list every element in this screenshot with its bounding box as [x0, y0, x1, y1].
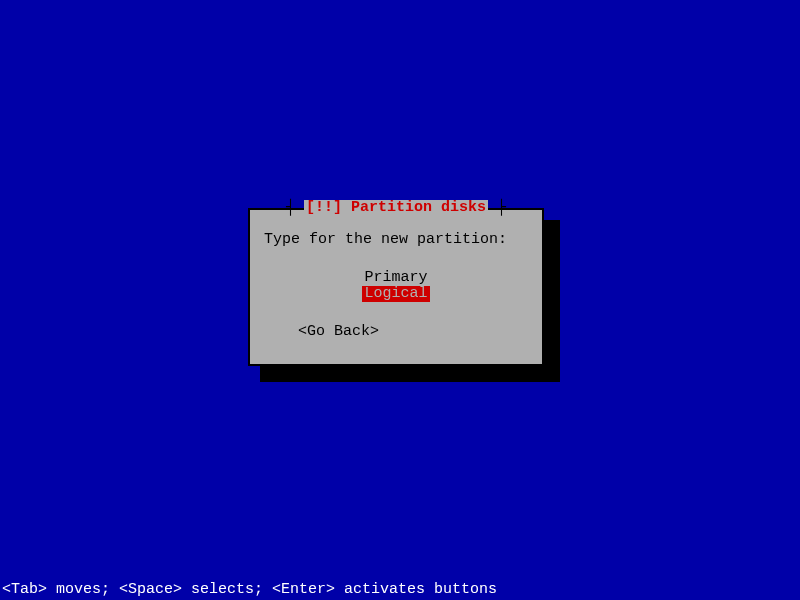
- installer-screen: ┤ [!!] Partition disks ├ Type for the ne…: [0, 0, 800, 600]
- dialog-prompt: Type for the new partition:: [264, 232, 507, 248]
- partition-type-options: Primary Logical: [250, 270, 542, 302]
- go-back-button[interactable]: <Go Back>: [298, 324, 379, 340]
- dialog-title: [!!] Partition disks: [304, 200, 488, 216]
- partition-dialog: ┤ [!!] Partition disks ├ Type for the ne…: [248, 208, 544, 366]
- help-footer: <Tab> moves; <Space> selects; <Enter> ac…: [2, 582, 798, 598]
- dangle-left: ┤: [286, 199, 295, 216]
- option-primary[interactable]: Primary: [362, 270, 429, 286]
- option-logical[interactable]: Logical: [362, 286, 429, 302]
- dialog-title-wrap: ┤ [!!] Partition disks ├: [250, 200, 542, 216]
- dangle-right: ├: [497, 199, 506, 216]
